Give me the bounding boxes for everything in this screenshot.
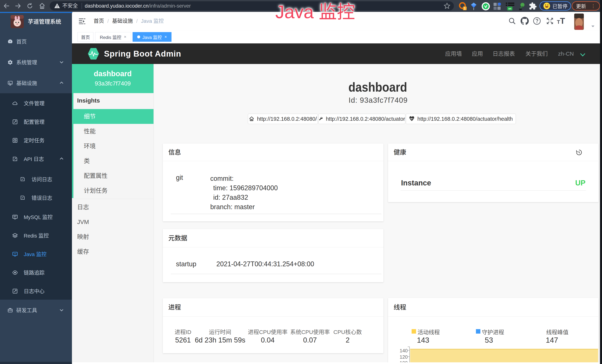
svg-text:1: 1 [464,7,466,10]
svg-text:on: on [508,7,511,10]
